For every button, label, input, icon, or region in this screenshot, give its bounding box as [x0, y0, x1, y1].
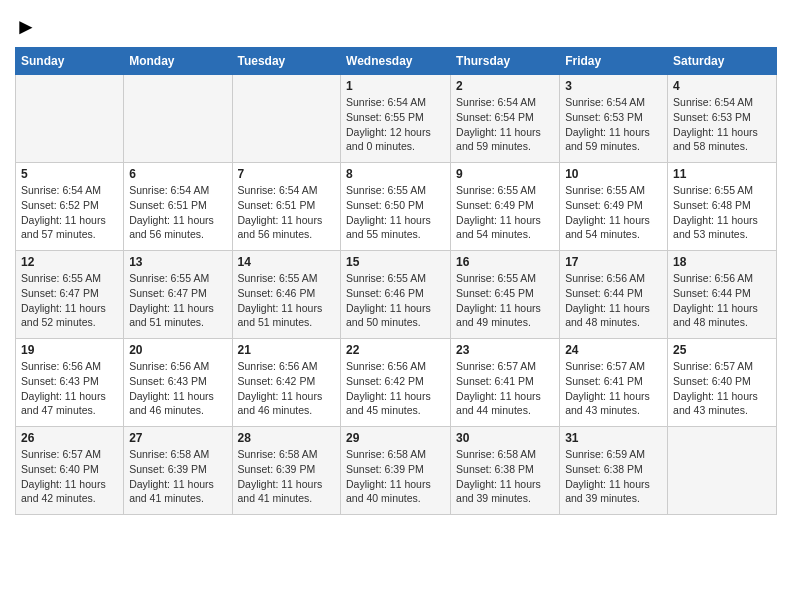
calendar-cell: 24Sunrise: 6:57 AM Sunset: 6:41 PM Dayli… [560, 339, 668, 427]
day-content: Sunrise: 6:56 AM Sunset: 6:42 PM Dayligh… [238, 359, 336, 418]
day-number: 11 [673, 167, 771, 181]
calendar-cell: 9Sunrise: 6:55 AM Sunset: 6:49 PM Daylig… [451, 163, 560, 251]
day-number: 9 [456, 167, 554, 181]
day-header-sunday: Sunday [16, 48, 124, 75]
calendar-cell: 20Sunrise: 6:56 AM Sunset: 6:43 PM Dayli… [124, 339, 232, 427]
calendar-cell: 15Sunrise: 6:55 AM Sunset: 6:46 PM Dayli… [341, 251, 451, 339]
day-header-tuesday: Tuesday [232, 48, 341, 75]
calendar-cell: 18Sunrise: 6:56 AM Sunset: 6:44 PM Dayli… [668, 251, 777, 339]
day-number: 20 [129, 343, 226, 357]
day-number: 6 [129, 167, 226, 181]
calendar-cell: 27Sunrise: 6:58 AM Sunset: 6:39 PM Dayli… [124, 427, 232, 515]
calendar-cell: 30Sunrise: 6:58 AM Sunset: 6:38 PM Dayli… [451, 427, 560, 515]
calendar-cell: 25Sunrise: 6:57 AM Sunset: 6:40 PM Dayli… [668, 339, 777, 427]
day-content: Sunrise: 6:57 AM Sunset: 6:40 PM Dayligh… [21, 447, 118, 506]
calendar-cell: 28Sunrise: 6:58 AM Sunset: 6:39 PM Dayli… [232, 427, 341, 515]
day-number: 24 [565, 343, 662, 357]
calendar-cell: 16Sunrise: 6:55 AM Sunset: 6:45 PM Dayli… [451, 251, 560, 339]
day-content: Sunrise: 6:54 AM Sunset: 6:55 PM Dayligh… [346, 95, 445, 154]
day-number: 30 [456, 431, 554, 445]
day-number: 7 [238, 167, 336, 181]
calendar-cell: 22Sunrise: 6:56 AM Sunset: 6:42 PM Dayli… [341, 339, 451, 427]
calendar-cell [232, 75, 341, 163]
day-number: 19 [21, 343, 118, 357]
day-content: Sunrise: 6:56 AM Sunset: 6:43 PM Dayligh… [129, 359, 226, 418]
day-number: 14 [238, 255, 336, 269]
day-number: 31 [565, 431, 662, 445]
day-content: Sunrise: 6:55 AM Sunset: 6:49 PM Dayligh… [565, 183, 662, 242]
day-content: Sunrise: 6:57 AM Sunset: 6:41 PM Dayligh… [565, 359, 662, 418]
day-content: Sunrise: 6:55 AM Sunset: 6:46 PM Dayligh… [238, 271, 336, 330]
day-number: 26 [21, 431, 118, 445]
day-content: Sunrise: 6:55 AM Sunset: 6:46 PM Dayligh… [346, 271, 445, 330]
day-number: 22 [346, 343, 445, 357]
day-content: Sunrise: 6:58 AM Sunset: 6:39 PM Dayligh… [346, 447, 445, 506]
calendar-cell: 12Sunrise: 6:55 AM Sunset: 6:47 PM Dayli… [16, 251, 124, 339]
calendar-cell: 21Sunrise: 6:56 AM Sunset: 6:42 PM Dayli… [232, 339, 341, 427]
day-header-saturday: Saturday [668, 48, 777, 75]
day-content: Sunrise: 6:58 AM Sunset: 6:38 PM Dayligh… [456, 447, 554, 506]
calendar-cell: 14Sunrise: 6:55 AM Sunset: 6:46 PM Dayli… [232, 251, 341, 339]
day-number: 8 [346, 167, 445, 181]
logo: ► [15, 15, 37, 39]
day-header-friday: Friday [560, 48, 668, 75]
day-number: 18 [673, 255, 771, 269]
day-number: 21 [238, 343, 336, 357]
calendar-cell [124, 75, 232, 163]
day-content: Sunrise: 6:55 AM Sunset: 6:45 PM Dayligh… [456, 271, 554, 330]
day-content: Sunrise: 6:54 AM Sunset: 6:53 PM Dayligh… [565, 95, 662, 154]
day-header-thursday: Thursday [451, 48, 560, 75]
calendar-cell: 13Sunrise: 6:55 AM Sunset: 6:47 PM Dayli… [124, 251, 232, 339]
day-number: 12 [21, 255, 118, 269]
day-content: Sunrise: 6:54 AM Sunset: 6:51 PM Dayligh… [238, 183, 336, 242]
calendar-cell: 11Sunrise: 6:55 AM Sunset: 6:48 PM Dayli… [668, 163, 777, 251]
day-number: 15 [346, 255, 445, 269]
day-number: 27 [129, 431, 226, 445]
day-content: Sunrise: 6:54 AM Sunset: 6:51 PM Dayligh… [129, 183, 226, 242]
day-number: 3 [565, 79, 662, 93]
day-number: 28 [238, 431, 336, 445]
day-number: 23 [456, 343, 554, 357]
day-content: Sunrise: 6:58 AM Sunset: 6:39 PM Dayligh… [238, 447, 336, 506]
day-content: Sunrise: 6:56 AM Sunset: 6:44 PM Dayligh… [565, 271, 662, 330]
day-content: Sunrise: 6:56 AM Sunset: 6:43 PM Dayligh… [21, 359, 118, 418]
calendar-table: SundayMondayTuesdayWednesdayThursdayFrid… [15, 47, 777, 515]
calendar-cell: 19Sunrise: 6:56 AM Sunset: 6:43 PM Dayli… [16, 339, 124, 427]
calendar-cell [16, 75, 124, 163]
day-content: Sunrise: 6:56 AM Sunset: 6:42 PM Dayligh… [346, 359, 445, 418]
calendar-cell [668, 427, 777, 515]
calendar-cell: 29Sunrise: 6:58 AM Sunset: 6:39 PM Dayli… [341, 427, 451, 515]
day-header-monday: Monday [124, 48, 232, 75]
day-content: Sunrise: 6:59 AM Sunset: 6:38 PM Dayligh… [565, 447, 662, 506]
calendar-cell: 10Sunrise: 6:55 AM Sunset: 6:49 PM Dayli… [560, 163, 668, 251]
day-content: Sunrise: 6:55 AM Sunset: 6:48 PM Dayligh… [673, 183, 771, 242]
day-number: 10 [565, 167, 662, 181]
page-header: ► [15, 10, 777, 39]
day-content: Sunrise: 6:56 AM Sunset: 6:44 PM Dayligh… [673, 271, 771, 330]
day-number: 13 [129, 255, 226, 269]
calendar-cell: 17Sunrise: 6:56 AM Sunset: 6:44 PM Dayli… [560, 251, 668, 339]
calendar-cell: 2Sunrise: 6:54 AM Sunset: 6:54 PM Daylig… [451, 75, 560, 163]
calendar-cell: 5Sunrise: 6:54 AM Sunset: 6:52 PM Daylig… [16, 163, 124, 251]
calendar-cell: 31Sunrise: 6:59 AM Sunset: 6:38 PM Dayli… [560, 427, 668, 515]
calendar-cell: 26Sunrise: 6:57 AM Sunset: 6:40 PM Dayli… [16, 427, 124, 515]
calendar-cell: 8Sunrise: 6:55 AM Sunset: 6:50 PM Daylig… [341, 163, 451, 251]
day-number: 4 [673, 79, 771, 93]
calendar-cell: 23Sunrise: 6:57 AM Sunset: 6:41 PM Dayli… [451, 339, 560, 427]
day-content: Sunrise: 6:54 AM Sunset: 6:54 PM Dayligh… [456, 95, 554, 154]
day-content: Sunrise: 6:55 AM Sunset: 6:47 PM Dayligh… [21, 271, 118, 330]
day-header-wednesday: Wednesday [341, 48, 451, 75]
day-number: 17 [565, 255, 662, 269]
day-number: 5 [21, 167, 118, 181]
day-content: Sunrise: 6:58 AM Sunset: 6:39 PM Dayligh… [129, 447, 226, 506]
day-number: 25 [673, 343, 771, 357]
day-content: Sunrise: 6:55 AM Sunset: 6:50 PM Dayligh… [346, 183, 445, 242]
calendar-cell: 4Sunrise: 6:54 AM Sunset: 6:53 PM Daylig… [668, 75, 777, 163]
day-number: 16 [456, 255, 554, 269]
day-number: 2 [456, 79, 554, 93]
calendar-cell: 6Sunrise: 6:54 AM Sunset: 6:51 PM Daylig… [124, 163, 232, 251]
day-content: Sunrise: 6:57 AM Sunset: 6:40 PM Dayligh… [673, 359, 771, 418]
day-content: Sunrise: 6:57 AM Sunset: 6:41 PM Dayligh… [456, 359, 554, 418]
day-content: Sunrise: 6:54 AM Sunset: 6:52 PM Dayligh… [21, 183, 118, 242]
day-number: 1 [346, 79, 445, 93]
